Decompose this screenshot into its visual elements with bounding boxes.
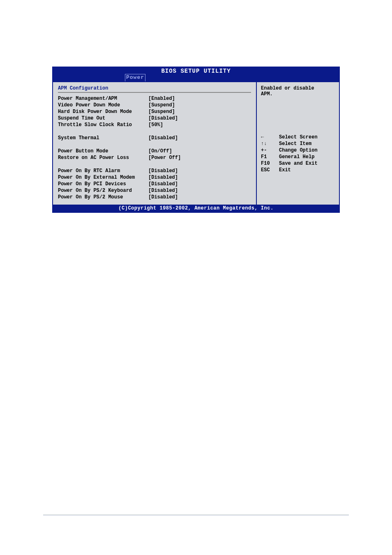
page-divider — [43, 515, 349, 516]
bios-body: APM Configuration Power Management/APM [… — [53, 81, 339, 205]
setting-value[interactable]: [Disabled] — [148, 115, 178, 122]
setting-value[interactable]: [Disabled] — [148, 174, 178, 181]
section-header: APM Configuration — [58, 85, 251, 93]
setting-value[interactable]: [Suspend] — [148, 102, 175, 108]
setting-row[interactable]: Power On By RTC Alarm [Disabled] — [58, 168, 251, 174]
setting-label: Restore on AC Power Loss — [58, 154, 148, 161]
setting-row[interactable]: Power On By PCI Devices [Disabled] — [58, 181, 251, 187]
setting-row[interactable]: Suspend Time Out [Disabled] — [58, 115, 251, 122]
setting-label: Power On By External Modem — [58, 174, 148, 181]
setting-row[interactable]: System Thermal [Disabled] — [58, 135, 251, 141]
setting-row[interactable]: Power On By External Modem [Disabled] — [58, 174, 251, 181]
nav-key: +- — [261, 147, 279, 154]
setting-value[interactable]: [Disabled] — [148, 194, 178, 200]
bios-window: BIOS SETUP UTILITY Power APM Configurati… — [52, 67, 340, 213]
setting-row[interactable]: Throttle Slow Clock Ratio [50%] — [58, 122, 251, 128]
arrow-updown-icon: ↑↓ — [261, 140, 279, 147]
setting-label: Power On By PS/2 Mouse — [58, 194, 148, 200]
nav-key: F1 — [261, 154, 279, 160]
group-gap — [58, 161, 251, 168]
bios-title: BIOS SETUP UTILITY — [161, 68, 231, 74]
nav-desc: Exit — [279, 167, 291, 173]
setting-row[interactable]: Restore on AC Power Loss [Power Off] — [58, 154, 251, 161]
group-gap — [58, 141, 251, 148]
nav-row: F10 Save and Exit — [261, 160, 335, 167]
setting-row[interactable]: Power On By PS/2 Mouse [Disabled] — [58, 194, 251, 200]
setting-value[interactable]: [Power Off] — [148, 154, 181, 161]
setting-value[interactable]: [Enabled] — [148, 95, 175, 102]
settings-panel: APM Configuration Power Management/APM [… — [53, 82, 257, 205]
setting-label: Hard Disk Power Down Mode — [58, 108, 148, 115]
nav-desc: Change Option — [279, 147, 318, 154]
nav-desc: Select Screen — [279, 134, 318, 140]
setting-label: Suspend Time Out — [58, 115, 148, 122]
setting-value[interactable]: [Disabled] — [148, 135, 178, 141]
bios-outer-frame: BIOS SETUP UTILITY Power APM Configurati… — [52, 67, 340, 213]
help-line: Enabled or disable — [261, 85, 335, 91]
setting-row[interactable]: Power Management/APM [Enabled] — [58, 95, 251, 102]
setting-label: Throttle Slow Clock Ratio — [58, 122, 148, 128]
setting-value[interactable]: [Disabled] — [148, 168, 178, 174]
nav-desc: Save and Exit — [279, 160, 318, 167]
copyright-footer: (C)Copyright 1985-2002, American Megatre… — [53, 205, 339, 212]
nav-row: F1 General Help — [261, 154, 335, 160]
nav-desc: Select Item — [279, 140, 311, 147]
setting-label: Power Management/APM — [58, 95, 148, 102]
help-line: APM. — [261, 91, 335, 97]
setting-value[interactable]: [Disabled] — [148, 187, 178, 194]
setting-label: Power On By PS/2 Keyboard — [58, 187, 148, 194]
help-panel: Enabled or disable APM. ← Select Screen … — [257, 82, 339, 205]
tab-power[interactable]: Power — [125, 74, 145, 81]
nav-row: ESC Exit — [261, 167, 335, 173]
nav-key: F10 — [261, 160, 279, 167]
nav-row: +- Change Option — [261, 147, 335, 154]
setting-label: System Thermal — [58, 135, 148, 141]
nav-row: ← Select Screen — [261, 134, 335, 140]
setting-label: Power On By PCI Devices — [58, 181, 148, 187]
help-text: Enabled or disable APM. — [261, 85, 335, 97]
setting-row[interactable]: Hard Disk Power Down Mode [Suspend] — [58, 108, 251, 115]
setting-value[interactable]: [On/Off] — [148, 148, 172, 154]
setting-value[interactable]: [Suspend] — [148, 108, 175, 115]
setting-value[interactable]: [50%] — [148, 122, 163, 128]
setting-label: Power Button Mode — [58, 148, 148, 154]
setting-label: Video Power Down Mode — [58, 102, 148, 108]
nav-key: ESC — [261, 167, 279, 173]
title-bar: BIOS SETUP UTILITY Power — [53, 67, 339, 81]
nav-row: ↑↓ Select Item — [261, 140, 335, 147]
nav-desc: General Help — [279, 154, 314, 160]
setting-row[interactable]: Video Power Down Mode [Suspend] — [58, 102, 251, 108]
setting-row[interactable]: Power Button Mode [On/Off] — [58, 148, 251, 154]
setting-row[interactable]: Power On By PS/2 Keyboard [Disabled] — [58, 187, 251, 194]
setting-label: Power On By RTC Alarm — [58, 168, 148, 174]
setting-value[interactable]: [Disabled] — [148, 181, 178, 187]
group-gap — [58, 128, 251, 135]
arrow-left-icon: ← — [261, 134, 279, 140]
